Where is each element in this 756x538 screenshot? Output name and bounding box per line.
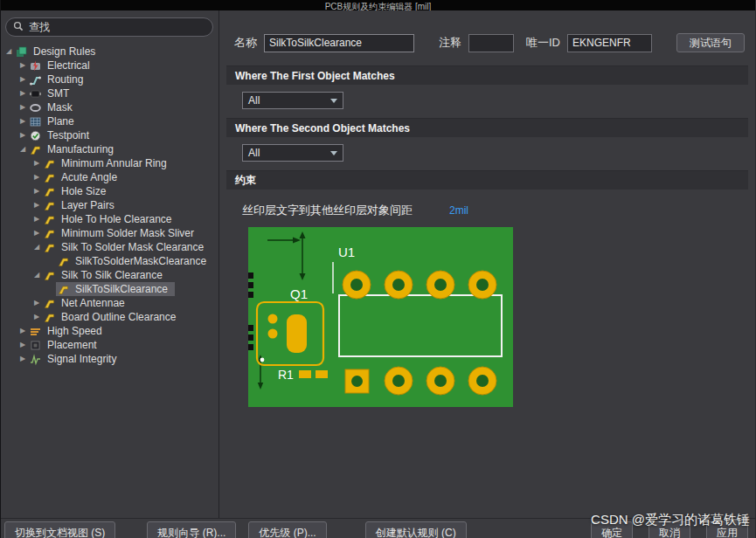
signal-integrity-icon [29, 353, 42, 365]
tree-item-content: SilkToSolderMaskClearance [56, 254, 213, 268]
window-titlebar: PCB规则及约束编辑器 [mil] [1, 0, 755, 10]
routing-icon [29, 73, 42, 86]
clearance-label: 丝印层文字到其他丝印层对象间距 [242, 203, 413, 218]
collapse-arrow-icon[interactable]: ▶ [17, 352, 28, 366]
tree-item-content: Signal Integrity [28, 352, 123, 366]
rule-detail-panel: 名称 注释 唯一ID 测试语句 Where The First Object M… [219, 10, 755, 518]
design-rules-icon [15, 45, 28, 58]
collapse-arrow-icon[interactable]: ▶ [31, 198, 42, 212]
search-input[interactable] [29, 21, 205, 33]
main-area: ◢Design Rules▶Electrical▶Routing▶SMT▶Mas… [1, 10, 755, 518]
fab-icon [43, 297, 56, 309]
tree-item-smt[interactable]: ▶SMT [1, 86, 218, 100]
test-queries-button[interactable]: 测试语句 [676, 33, 745, 52]
expand-arrow-icon[interactable]: ◢ [17, 142, 28, 156]
tree-item-label: Manufacturing [45, 143, 115, 155]
tree-item-label: SMT [45, 87, 71, 100]
designator-q1: Q1 [290, 286, 308, 301]
tree-item-electrical[interactable]: ▶Electrical [1, 59, 218, 72]
tree-item-mask[interactable]: ▶Mask [1, 100, 218, 114]
collapse-arrow-icon[interactable]: ▶ [17, 86, 28, 100]
fab-icon [43, 199, 56, 211]
tree-item-label: Plane [45, 115, 76, 128]
tree-item-signal-integrity[interactable]: ▶Signal Integrity [1, 352, 218, 366]
electrical-icon [29, 59, 42, 72]
unique-id-input[interactable] [567, 34, 652, 52]
expand-arrow-icon[interactable]: ◢ [3, 45, 14, 59]
tree-item-layer-pairs[interactable]: ▶Layer Pairs [1, 198, 218, 212]
constraints-header: 约束 [226, 170, 748, 190]
search-box[interactable] [5, 17, 213, 37]
collapse-arrow-icon[interactable]: ▶ [31, 310, 42, 324]
rule-name-input[interactable] [264, 34, 414, 52]
designator-u1: U1 [338, 245, 355, 259]
tree-item-placement[interactable]: ▶Placement [1, 338, 218, 352]
tree-item-label: Testpoint [45, 129, 91, 141]
unique-id-label: 唯一ID [526, 35, 560, 51]
tree-item-minimum-annular-ring[interactable]: ▶Minimum Annular Ring [1, 156, 218, 170]
tree-item-manufacturing[interactable]: ◢Manufacturing [1, 142, 218, 156]
first-object-scope-select[interactable]: All [242, 92, 343, 109]
tree-item-label: Silk To Silk Clearance [59, 269, 164, 281]
smt-icon [29, 87, 42, 100]
tree-item-net-antennae[interactable]: ▶Net Antennae [1, 296, 218, 310]
tree-item-minimum-solder-mask-sliver[interactable]: ▶Minimum Solder Mask Sliver [1, 226, 218, 240]
collapse-arrow-icon[interactable]: ▶ [31, 226, 42, 240]
collapse-arrow-icon[interactable]: ▶ [31, 296, 42, 310]
fab-icon [29, 143, 42, 155]
fab-icon [43, 157, 56, 169]
tree-item-testpoint[interactable]: ▶Testpoint [1, 128, 218, 142]
tree-item-design-rules[interactable]: ◢Design Rules [1, 45, 218, 59]
comment-input[interactable] [468, 34, 514, 52]
tree-item-hole-size[interactable]: ▶Hole Size [1, 184, 218, 198]
collapse-arrow-icon[interactable]: ▶ [17, 72, 28, 86]
tree-item-acute-angle[interactable]: ▶Acute Angle [1, 170, 218, 184]
rules-tree: ◢Design Rules▶Electrical▶Routing▶SMT▶Mas… [1, 45, 218, 518]
chevron-down-icon [330, 99, 337, 103]
expand-arrow-icon[interactable]: ◢ [31, 268, 42, 282]
tree-item-routing[interactable]: ▶Routing [1, 72, 218, 86]
tree-item-content: SilkToSilkClearance [56, 282, 175, 296]
tree-item-content: Minimum Annular Ring [42, 156, 174, 170]
tree-item-silk-to-solder-mask-clearance[interactable]: ◢Silk To Solder Mask Clearance [1, 240, 218, 254]
second-object-scope-select[interactable]: All [242, 144, 343, 162]
collapse-arrow-icon[interactable]: ▶ [31, 212, 42, 226]
tree-item-content: Manufacturing [28, 142, 121, 156]
expand-arrow-icon[interactable]: ◢ [31, 240, 42, 254]
fab-icon [43, 185, 56, 197]
tree-item-silktosilkclearance[interactable]: SilkToSilkClearance [1, 282, 218, 296]
collapse-arrow-icon[interactable]: ▶ [31, 170, 42, 184]
rule-wizard-button[interactable]: 规则向导 (R)... [147, 521, 236, 538]
tree-item-content: Silk To Silk Clearance [42, 268, 170, 282]
tree-item-content: Net Antennae [42, 296, 132, 310]
name-label: 名称 [234, 35, 257, 51]
collapse-arrow-icon[interactable]: ▶ [31, 184, 42, 198]
tree-item-content: Acute Angle [42, 170, 124, 184]
tree-item-silktosoldermaskclearance[interactable]: SilkToSolderMaskClearance [1, 254, 218, 268]
tree-item-content: Placement [28, 338, 104, 352]
tree-item-content: Minimum Solder Mask Sliver [42, 226, 201, 240]
priorities-button[interactable]: 优先级 (P)... [248, 521, 326, 538]
collapse-arrow-icon[interactable]: ▶ [17, 100, 28, 114]
fab-icon [57, 255, 70, 267]
tree-item-board-outline-clearance[interactable]: ▶Board Outline Clearance [1, 310, 218, 324]
collapse-arrow-icon[interactable]: ▶ [17, 324, 28, 338]
create-default-rules-button[interactable]: 创建默认规则 (C) [365, 521, 467, 538]
chevron-down-icon [330, 151, 337, 155]
collapse-arrow-icon[interactable]: ▶ [17, 338, 28, 352]
collapse-arrow-icon[interactable]: ▶ [17, 59, 28, 72]
tree-item-label: Minimum Solder Mask Sliver [59, 227, 196, 239]
clearance-value[interactable]: 2mil [449, 204, 468, 217]
tree-item-hole-to-hole-clearance[interactable]: ▶Hole To Hole Clearance [1, 212, 218, 226]
tree-item-plane[interactable]: ▶Plane [1, 114, 218, 128]
tree-item-silk-to-silk-clearance[interactable]: ◢Silk To Silk Clearance [1, 268, 218, 282]
collapse-arrow-icon[interactable]: ▶ [17, 114, 28, 128]
collapse-arrow-icon[interactable]: ▶ [17, 128, 28, 142]
plane-icon [29, 115, 42, 128]
tree-item-high-speed[interactable]: ▶High Speed [1, 324, 218, 338]
collapse-arrow-icon[interactable]: ▶ [31, 156, 42, 170]
tree-item-label: Layer Pairs [59, 199, 116, 211]
fab-icon [57, 283, 70, 295]
comment-label: 注释 [439, 35, 461, 51]
switch-to-document-view-button[interactable]: 切换到文档视图 (S) [4, 521, 115, 538]
